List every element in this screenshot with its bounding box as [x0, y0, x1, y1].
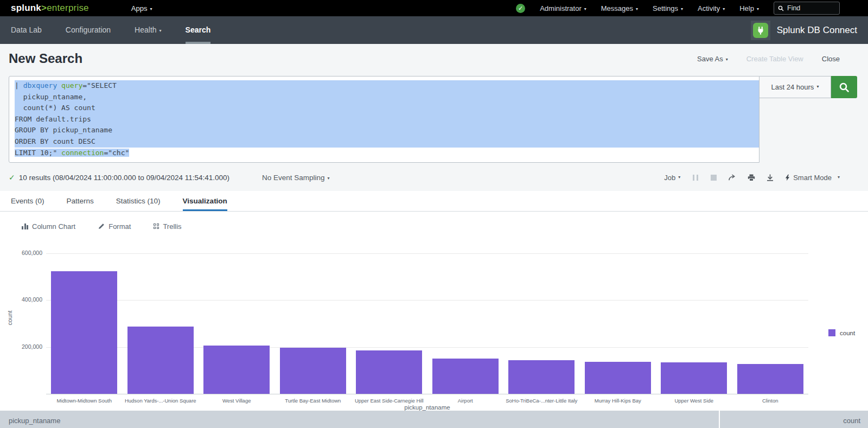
search-query-input[interactable]: | dbxquery query="SELECT pickup_ntaname,…	[9, 76, 760, 163]
chevron-down-icon: ▾	[678, 175, 680, 180]
active-tab-underline	[183, 209, 227, 211]
export-button[interactable]	[767, 174, 774, 181]
table-column-header[interactable]: pickup_ntaname	[9, 417, 60, 425]
topbar-menu-help[interactable]: Help▾	[739, 4, 759, 12]
search-submit-button[interactable]	[831, 76, 857, 98]
x-category-label: Airport	[458, 398, 473, 404]
category-slot: Airport	[427, 241, 504, 394]
tab-visualization[interactable]: Visualization	[183, 191, 227, 211]
chevron-down-icon: ▾	[584, 7, 586, 11]
apps-menu[interactable]: Apps▾	[131, 4, 152, 12]
appnav-item-configuration[interactable]: Configuration	[66, 16, 111, 44]
x-axis-title: pickup_ntaname	[46, 404, 808, 411]
bar-5[interactable]	[356, 350, 422, 394]
bar-1[interactable]	[51, 271, 117, 394]
bar-4[interactable]	[280, 348, 346, 394]
job-menu[interactable]: Job▾	[664, 174, 680, 182]
visualization-toolbar: Column Chart Format Trellis	[0, 219, 868, 233]
topbar-menu-administrator[interactable]: Administrator▾	[540, 4, 586, 12]
chevron-down-icon: ▾	[328, 176, 330, 181]
health-status-icon[interactable]: ✓	[516, 4, 525, 13]
lightning-bolt-icon	[785, 174, 790, 181]
format-button[interactable]: Format	[98, 222, 131, 231]
category-slot: Clinton	[732, 241, 809, 394]
topbar-menu-activity[interactable]: Activity▾	[698, 4, 725, 12]
check-icon: ✓	[9, 173, 15, 182]
legend-swatch	[828, 329, 835, 336]
stop-button[interactable]	[711, 175, 717, 181]
tab-patterns[interactable]: Patterns	[67, 191, 94, 211]
app-identity: Splunk DB Connect	[751, 21, 857, 40]
appnav-item-health[interactable]: Health▾	[135, 16, 161, 44]
result-count-text: 10 results (08/04/2024 11:00:00.000 to 0…	[19, 174, 229, 182]
chevron-down-icon: ▾	[757, 7, 759, 11]
bar-7[interactable]	[508, 360, 575, 394]
x-category-label: Upper West Side	[674, 398, 713, 404]
column-divider	[719, 411, 720, 428]
x-category-label: West Village	[222, 398, 251, 404]
splunk-logo: splunk>enterprise	[11, 3, 89, 14]
query-line: count(*) AS count	[15, 103, 759, 114]
plug-icon	[753, 23, 768, 38]
bar-8[interactable]	[585, 362, 651, 394]
page-header: New Search Save As▾ Create Table View Cl…	[9, 50, 840, 67]
topbar-menus: Administrator▾Messages▾Settings▾Activity…	[540, 4, 759, 12]
y-tick-label: 200,000	[0, 343, 42, 350]
find-input[interactable]	[787, 4, 835, 12]
print-icon	[748, 174, 755, 181]
app-nav-items: Data LabConfigurationHealth▾Search	[11, 16, 234, 44]
x-category-label: Upper East Side-Carnegie Hill	[355, 398, 424, 404]
job-controls: Job▾ Smart Mode▾	[664, 174, 840, 182]
appnav-item-data-lab[interactable]: Data Lab	[11, 16, 42, 44]
chevron-down-icon: ▾	[816, 84, 819, 89]
chevron-down-icon: ▾	[681, 7, 683, 11]
bar-6[interactable]	[432, 359, 499, 394]
search-status-bar: ✓ 10 results (08/04/2024 11:00:00.000 to…	[9, 171, 840, 183]
bar-2[interactable]	[127, 327, 194, 394]
table-column-header[interactable]: count	[843, 417, 860, 425]
time-range-picker[interactable]: Last 24 hours▾	[760, 76, 831, 98]
tab-statistics-10[interactable]: Statistics (10)	[116, 191, 161, 211]
top-bar: splunk>enterprise Apps▾ ✓ Administrator▾…	[0, 0, 868, 16]
print-button[interactable]	[748, 174, 755, 181]
save-as-button[interactable]: Save As▾	[697, 55, 728, 63]
search-mode-menu[interactable]: Smart Mode▾	[785, 174, 840, 182]
logo-product: enterprise	[47, 3, 89, 13]
category-slot: West Village	[199, 241, 275, 394]
x-category-label: Clinton	[762, 398, 778, 404]
x-category-label: Hudson Yards-...-Union Square	[125, 398, 196, 404]
share-button[interactable]	[728, 174, 736, 181]
close-button[interactable]: Close	[822, 55, 840, 63]
topbar-right-cluster: ✓ Administrator▾Messages▾Settings▾Activi…	[516, 2, 840, 15]
trellis-button[interactable]: Trellis	[154, 222, 181, 231]
category-slot: Upper East Side-Carnegie Hill	[351, 241, 427, 394]
bar-10[interactable]	[737, 364, 803, 394]
chart-type-picker[interactable]: Column Chart	[22, 222, 75, 231]
category-slot: Hudson Yards-...-Union Square	[123, 241, 199, 394]
chart-legend[interactable]: count	[828, 329, 855, 336]
header-actions: Save As▾ Create Table View Close	[697, 55, 840, 63]
page-title: New Search	[9, 51, 82, 66]
topbar-menu-messages[interactable]: Messages▾	[601, 4, 638, 12]
results-panel: Events (0)PatternsStatistics (10)Visuali…	[0, 191, 868, 428]
appnav-item-search[interactable]: Search	[186, 16, 211, 44]
query-line: | dbxquery query="SELECT	[15, 80, 759, 92]
pause-button[interactable]	[692, 175, 699, 181]
bar-9[interactable]	[661, 362, 727, 394]
nav-label: Data Lab	[11, 25, 42, 34]
trellis-grid-icon	[154, 223, 159, 229]
bar-3[interactable]	[203, 346, 270, 394]
topbar-menu-settings[interactable]: Settings▾	[653, 4, 683, 12]
find-box[interactable]	[774, 2, 840, 15]
tab-label: Events (0)	[11, 197, 44, 205]
x-category-label: Midtown-Midtown South	[57, 398, 112, 404]
search-icon	[778, 5, 784, 11]
chevron-down-icon: ▾	[150, 7, 152, 11]
share-icon	[728, 174, 736, 181]
tab-events-0[interactable]: Events (0)	[11, 191, 44, 211]
app-nav-bar: Data LabConfigurationHealth▾Search Splun…	[0, 16, 868, 44]
event-sampling-menu[interactable]: No Event Sampling▾	[262, 174, 330, 182]
chevron-down-icon: ▾	[723, 7, 725, 11]
legend-label: count	[840, 330, 855, 336]
plot-area: Midtown-Midtown SouthHudson Yards-...-Un…	[46, 241, 808, 394]
